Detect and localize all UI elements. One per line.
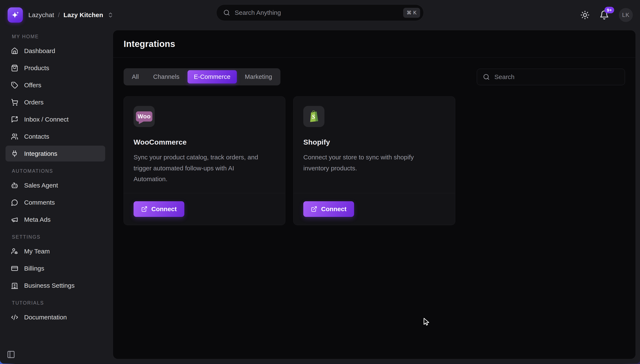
- avatar-initials: LK: [622, 12, 629, 18]
- sidebar-section-settings: SETTINGS: [12, 234, 113, 240]
- sidebar-item-label: Inbox / Connect: [24, 116, 69, 123]
- sidebar-item-business-settings[interactable]: Business Settings: [6, 278, 105, 294]
- breadcrumb-separator: /: [58, 12, 60, 18]
- tab-channels[interactable]: Channels: [147, 70, 186, 84]
- message-share-icon: [11, 116, 18, 123]
- woocommerce-logo: Woo: [134, 106, 155, 127]
- user-cog-icon: [11, 248, 18, 255]
- sidebar-item-inbox-connect[interactable]: Inbox / Connect: [6, 112, 105, 127]
- shopping-cart-icon: [11, 99, 18, 106]
- card-footer: Connect: [124, 193, 285, 225]
- sidebar-item-label: Comments: [24, 199, 55, 206]
- external-link-icon: [141, 206, 147, 212]
- code-icon: [11, 314, 18, 321]
- user-avatar[interactable]: LK: [619, 8, 633, 22]
- sidebar-item-label: Documentation: [24, 314, 67, 321]
- sidebar-item-offers[interactable]: Offers: [6, 77, 105, 93]
- connect-button-label: Connect: [151, 206, 177, 213]
- notification-count-badge: 9+: [604, 7, 614, 13]
- sidebar-item-label: Billings: [24, 265, 44, 272]
- sidebar-item-label: My Team: [24, 248, 50, 255]
- shopify-logo-text: S: [312, 113, 315, 120]
- sidebar-item-label: Sales Agent: [24, 182, 58, 189]
- breadcrumb: Lazychat / Lazy Kitchen: [28, 12, 114, 18]
- breadcrumb-app-name[interactable]: Lazychat: [28, 12, 54, 18]
- sidebar-item-my-team[interactable]: My Team: [6, 243, 105, 259]
- main-panel: Integrations All Channels E-Commerce Mar…: [113, 30, 636, 359]
- sidebar-item-documentation[interactable]: Documentation: [6, 309, 105, 325]
- tab-marketing[interactable]: Marketing: [239, 70, 279, 84]
- card-title: Shopify: [303, 138, 445, 146]
- sidebar-collapse-button[interactable]: [6, 349, 17, 360]
- sidebar-item-products[interactable]: Products: [6, 60, 105, 76]
- sidebar-section-my-home: MY HOME: [12, 34, 113, 40]
- shopping-bag-icon: [11, 64, 18, 72]
- bot-icon: [11, 182, 18, 189]
- breadcrumb-workspace-name[interactable]: Lazy Kitchen: [64, 12, 103, 18]
- sidebar-item-contacts[interactable]: Contacts: [6, 128, 105, 144]
- plug-icon: [11, 150, 18, 157]
- card-description: Sync your product catalog, track orders,…: [134, 152, 269, 184]
- sidebar: MY HOME Dashboard Products Offers Orders: [0, 30, 113, 363]
- app-window: Lazychat / Lazy Kitchen ⌘ K: [0, 0, 640, 364]
- sidebar-item-billings[interactable]: Billings: [6, 260, 105, 276]
- card-body: S Shopify Connect your store to sync wit…: [294, 96, 455, 193]
- theme-toggle-button[interactable]: [580, 10, 590, 20]
- sidebar-item-label: Products: [24, 64, 49, 72]
- connect-woocommerce-button[interactable]: Connect: [134, 201, 184, 217]
- sidebar-item-sales-agent[interactable]: Sales Agent: [6, 177, 105, 193]
- topbar: Lazychat / Lazy Kitchen ⌘ K: [0, 0, 640, 30]
- sidebar-item-label: Orders: [24, 99, 44, 106]
- external-link-icon: [311, 206, 317, 212]
- chevrons-up-down-icon: [107, 12, 114, 18]
- tab-ecommerce[interactable]: E-Commerce: [187, 70, 237, 84]
- shopify-logo: S: [303, 106, 324, 127]
- connect-shopify-button[interactable]: Connect: [303, 201, 354, 217]
- search-shortcut-chip: ⌘ K: [403, 8, 420, 18]
- global-search-input[interactable]: [235, 9, 398, 16]
- card-description: Connect your store to sync with shopify …: [303, 152, 439, 174]
- integrations-search-input[interactable]: [494, 73, 619, 80]
- sidebar-section-automations: AUTOMATIONS: [12, 168, 113, 174]
- card-footer: Connect: [294, 193, 455, 225]
- brand-area: Lazychat / Lazy Kitchen: [8, 0, 114, 30]
- integrations-search-bar[interactable]: [477, 69, 625, 85]
- panel-left-icon: [7, 350, 15, 359]
- sidebar-section-tutorials: TUTORIALS: [12, 300, 113, 306]
- integration-card-woocommerce: Woo WooCommerce Sync your product catalo…: [124, 96, 285, 225]
- sidebar-item-meta-ads[interactable]: Meta Ads: [6, 212, 105, 228]
- card-body: Woo WooCommerce Sync your product catalo…: [124, 96, 285, 193]
- sparkle-icon: [11, 10, 20, 20]
- connect-button-label: Connect: [321, 206, 346, 213]
- sidebar-item-integrations[interactable]: Integrations: [6, 146, 105, 162]
- sidebar-item-dashboard[interactable]: Dashboard: [6, 43, 105, 59]
- category-tabs: All Channels E-Commerce Marketing: [124, 68, 280, 86]
- home-icon: [11, 47, 18, 54]
- woo-logo-text: Woo: [138, 113, 151, 120]
- sidebar-item-comments[interactable]: Comments: [6, 194, 105, 210]
- sun-icon: [580, 10, 590, 20]
- sidebar-item-label: Dashboard: [24, 47, 55, 54]
- tab-all[interactable]: All: [125, 70, 145, 84]
- credit-card-icon: [11, 265, 18, 272]
- app-logo[interactable]: [8, 8, 23, 22]
- sidebar-item-label: Meta Ads: [24, 216, 51, 223]
- page-content: All Channels E-Commerce Marketing: [113, 58, 635, 236]
- card-title: WooCommerce: [134, 138, 275, 146]
- search-icon: [223, 9, 230, 16]
- search-icon: [483, 74, 490, 80]
- sidebar-item-orders[interactable]: Orders: [6, 94, 105, 110]
- page-title: Integrations: [124, 39, 175, 49]
- integrations-toolbar: All Channels E-Commerce Marketing: [124, 68, 625, 86]
- shopify-bag-icon: S: [308, 110, 320, 124]
- sidebar-item-label: Integrations: [24, 150, 57, 157]
- sidebar-item-label: Offers: [24, 82, 41, 89]
- sidebar-item-label: Business Settings: [24, 282, 75, 289]
- workspace-switcher-button[interactable]: [107, 12, 114, 18]
- notifications-button[interactable]: 9+: [599, 10, 609, 20]
- building-icon: [11, 282, 18, 289]
- sidebar-item-label: Contacts: [24, 133, 49, 140]
- megaphone-icon: [11, 216, 18, 223]
- global-search-bar[interactable]: ⌘ K: [216, 4, 424, 21]
- page-header: Integrations: [113, 30, 635, 58]
